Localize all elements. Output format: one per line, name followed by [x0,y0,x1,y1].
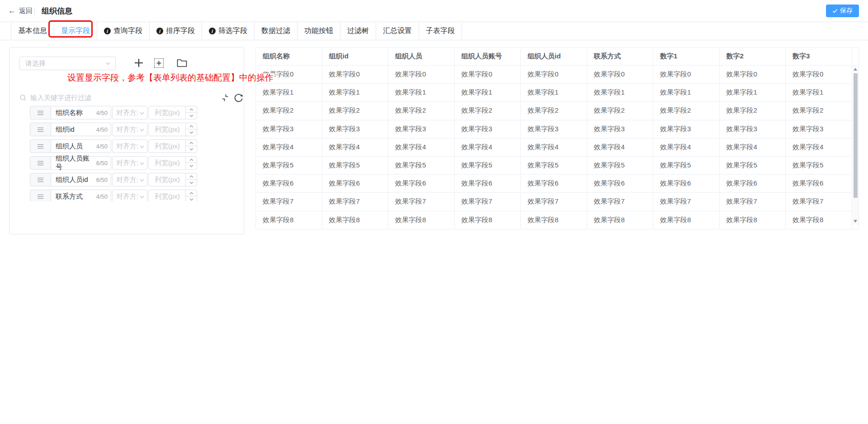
align-select[interactable]: 对齐方式 [112,139,147,153]
tabs-container: 基本信息显示字段i查询字段i排序字段i筛选字段数据过滤功能按钮过滤树汇总设置子表… [11,22,868,40]
chevron-down-icon [139,127,145,133]
table-cell: 效果字段8 [720,211,786,229]
refresh-icon [233,92,244,103]
tab-功能按钮[interactable]: 功能按钮 [297,22,340,40]
width-stepper [185,173,197,186]
tab-查询字段[interactable]: i查询字段 [97,22,150,40]
drag-handle[interactable] [30,139,51,153]
table-cell: 效果字段8 [388,211,455,229]
tab-数据过滤[interactable]: 数据过滤 [255,22,297,40]
tab-筛选字段[interactable]: i筛选字段 [202,22,255,40]
field-name-input[interactable]: 联系方式4/50 [51,190,111,201]
stepper-up-button[interactable] [186,173,197,180]
drag-handle[interactable] [30,190,51,201]
column-width-input[interactable]: 列宽(px) [148,123,197,136]
align-select[interactable]: 对齐方式 [112,106,147,119]
collapse-order-button[interactable] [220,93,230,103]
stepper-down-button[interactable] [186,113,197,119]
add-field-button[interactable] [133,57,145,69]
arrow-up-icon [189,125,193,128]
column-width-input[interactable]: 列宽(px) [148,139,197,153]
field-name-input[interactable]: 组织人员4/50 [51,139,111,153]
stepper-down-button[interactable] [186,146,197,152]
search-icon [19,94,27,101]
tab-bar: 基本信息显示字段i查询字段i排序字段i筛选字段数据过滤功能按钮过滤树汇总设置子表… [0,22,868,40]
back-button[interactable]: ← 返回 [8,0,33,22]
field-name-input[interactable]: 组织人员账号6/50 [51,156,111,170]
drag-handle[interactable] [30,106,51,119]
chevron-down-icon [139,194,145,200]
char-count: 6/50 [96,160,108,167]
drag-handle[interactable] [30,156,51,170]
field-name-input[interactable]: 组织人员id6/50 [51,173,111,186]
table-cell: 效果字段8 [786,211,852,229]
table-cell: 效果字段2 [256,102,322,120]
stepper-down-button[interactable] [186,196,197,201]
preview-table: 组织名称组织id组织人员组织人员账号组织人员id联系方式数字1数字2数字3效果字… [255,47,859,229]
align-select[interactable]: 对齐方式 [112,190,147,201]
arrow-up-icon [189,158,193,161]
folder-button[interactable] [177,58,187,67]
field-name-input[interactable]: 组织id4/50 [51,123,111,136]
table-cell: 效果字段8 [455,211,521,229]
table-header-gutter [852,48,859,66]
chevron-down-icon [139,161,145,166]
stepper-up-button[interactable] [186,140,197,146]
stepper-up-button[interactable] [186,157,197,163]
tab-显示字段[interactable]: 显示字段 [54,22,97,40]
arrow-down-icon [189,114,193,117]
plus-small-icon [156,61,161,66]
table-cell: 效果字段0 [322,66,389,84]
field-filter-input[interactable]: 输入关键字进行过滤 [19,91,214,105]
scrollbar-up-arrow-icon[interactable] [854,68,857,71]
column-width-input[interactable]: 列宽(px) [148,190,197,201]
field-name: 联系方式 [56,192,83,201]
tab-排序字段[interactable]: i排序字段 [150,22,202,40]
scrollbar-down-arrow-icon[interactable] [854,220,857,223]
scrollbar-thumb[interactable] [854,73,858,198]
table-scrollbar[interactable] [853,66,859,225]
tab-基本信息[interactable]: 基本信息 [11,22,54,40]
tab-过滤树[interactable]: 过滤树 [340,22,376,40]
field-name-input[interactable]: 组织名称4/50 [51,106,111,119]
field-name: 组织id [56,125,75,134]
table-cell: 效果字段3 [587,120,654,138]
stepper-up-button[interactable] [186,106,197,113]
table-cell: 效果字段5 [455,157,521,175]
field-group-select[interactable]: 请选择 [19,57,116,70]
select-placeholder: 请选择 [25,59,105,68]
stepper-up-button[interactable] [186,123,197,129]
width-placeholder: 列宽(px) [155,157,180,169]
refresh-button[interactable] [233,92,244,103]
stepper-up-button[interactable] [186,190,197,196]
tab-汇总设置[interactable]: 汇总设置 [376,22,419,40]
char-count: 6/50 [96,176,108,183]
save-button[interactable]: 保存 [826,5,859,17]
align-placeholder: 对齐方式 [116,140,138,152]
add-group-button[interactable] [154,58,164,68]
table-cell: 效果字段7 [720,193,786,211]
table-cell: 效果字段3 [388,120,455,138]
table-cell: 效果字段1 [521,84,587,102]
table-cell: 效果字段4 [587,138,654,157]
drag-handle[interactable] [30,173,51,186]
column-width-input[interactable]: 列宽(px) [148,106,197,119]
align-select[interactable]: 对齐方式 [112,156,147,170]
tab-label: 排序字段 [166,26,195,36]
table-cell: 效果字段3 [256,120,322,138]
column-width-input[interactable]: 列宽(px) [148,156,197,170]
table-cell: 效果字段8 [256,211,322,229]
stepper-down-button[interactable] [186,163,197,169]
table-cell: 效果字段0 [653,66,720,84]
tab-子表字段[interactable]: 子表字段 [419,22,462,40]
align-select[interactable]: 对齐方式 [112,173,147,186]
stepper-down-button[interactable] [186,129,197,136]
stepper-down-button[interactable] [186,180,197,186]
drag-handle[interactable] [30,123,51,136]
field-name: 组织人员账号 [56,154,96,172]
table-cell: 效果字段1 [653,84,720,102]
column-width-input[interactable]: 列宽(px) [148,173,197,186]
table-cell: 效果字段3 [521,120,587,138]
align-select[interactable]: 对齐方式 [112,123,147,136]
chevron-down-icon [139,110,145,116]
